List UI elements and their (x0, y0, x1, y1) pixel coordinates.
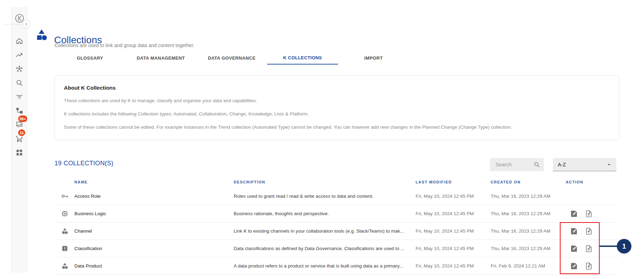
edit-document-icon (570, 244, 578, 253)
row-actions (566, 244, 619, 253)
row-actions (566, 227, 619, 235)
notification-badge: 99+ (18, 115, 27, 122)
sort-value: A-Z (558, 162, 606, 167)
table-row[interactable]: Business LogicBusiness rationale, though… (54, 205, 619, 223)
sidebar-item-chat[interactable]: 99+ (12, 118, 27, 131)
edit-collection-button[interactable] (570, 210, 578, 218)
collection-name: Data Product (74, 263, 234, 269)
sidebar-item-filter[interactable] (12, 90, 27, 104)
last-modified-value: Fri, May 10, 2024 12:45 PM (416, 263, 491, 269)
collection-description: A data product refers to a product or se… (234, 263, 416, 269)
sidebar-nav: 99+15 (12, 34, 27, 159)
sidebar-item-trends[interactable] (12, 48, 27, 62)
collection-description: Data classifications as defined by Data … (234, 246, 416, 251)
collection-name: Access Role (74, 194, 234, 199)
last-modified-value: Fri, May 10, 2024 12:45 PM (416, 194, 491, 199)
sidebar-item-apps[interactable] (12, 145, 27, 159)
hub-icon (15, 65, 23, 73)
search-input[interactable] (495, 161, 533, 168)
search-box (490, 158, 544, 171)
shapes-icon (61, 262, 69, 270)
column-header-name: NAME (74, 180, 234, 184)
import-collection-button[interactable] (585, 244, 593, 253)
table-header-row: NAMEDESCRIPTIONLAST MODIFIEDCREATED ONAC… (54, 176, 619, 188)
collections-page: 99+15 Collections Collections are used t… (0, 0, 644, 279)
trending-up-icon (15, 51, 23, 59)
apps-icon (15, 149, 23, 157)
sidebar-divider (4, 24, 22, 24)
upload-file-icon (585, 227, 593, 235)
sort-dropdown[interactable]: A-Z (553, 158, 616, 171)
table-body: Access RoleRoles used to grant read / re… (54, 188, 619, 275)
chip-icon (61, 210, 69, 218)
sidebar-expand-button[interactable] (23, 21, 30, 28)
last-modified-value: Fri, May 10, 2024 12:45 PM (416, 228, 491, 234)
tab-import[interactable]: IMPORT (338, 52, 409, 65)
row-actions (566, 262, 619, 270)
collection-description: Roles used to grant read / read & write … (234, 194, 416, 199)
sidebar-item-home[interactable] (12, 34, 27, 48)
upload-file-icon (585, 244, 593, 253)
sidebar-item-cart[interactable]: 15 (12, 131, 27, 145)
search-icon (15, 79, 23, 87)
notification-badge: 15 (18, 129, 25, 136)
import-collection-button[interactable] (585, 262, 593, 270)
column-header-created-on: CREATED ON (491, 180, 566, 184)
page-subtitle: Collections are used to link and group d… (54, 43, 195, 48)
filter-icon (15, 93, 23, 101)
chevron-down-icon (606, 161, 612, 168)
created-on-value: Fri, Feb 9, 2024 12:21 AM (491, 263, 566, 269)
import-collection-button[interactable] (585, 210, 593, 218)
column-header-action: ACTION (566, 180, 619, 184)
home-icon (15, 37, 23, 45)
edit-document-icon (570, 262, 578, 270)
about-title: About K Collections (64, 85, 610, 91)
tab-bar: GLOSSARYDATA MANAGEMENTDATA GOVERNANCEK … (54, 52, 409, 65)
table-row[interactable]: ClassificationData classifications as de… (54, 240, 619, 257)
about-paragraph: K collections includes the following Col… (64, 111, 610, 116)
edit-collection-button[interactable] (570, 244, 578, 253)
tab-data-management[interactable]: DATA MANAGEMENT (125, 52, 196, 65)
shapes-icon (61, 227, 69, 235)
last-modified-value: Fri, May 10, 2024 12:45 PM (416, 246, 491, 251)
about-paragraph: These collections are used by K to manag… (64, 98, 610, 103)
edit-collection-button[interactable] (570, 227, 578, 235)
table-row[interactable]: ChannelLink K to existing channels in yo… (54, 223, 619, 240)
last-modified-value: Fri, May 10, 2024 12:45 PM (416, 211, 491, 216)
collection-count-label: 19 COLLECTION(S) (54, 160, 114, 167)
sidebar-item-network[interactable] (12, 62, 27, 76)
collections-shapes-icon (35, 28, 49, 42)
created-on-value: Thu, Mar 16, 2023 12:29 AM (491, 211, 566, 216)
column-header-last-modified: LAST MODIFIED (416, 180, 491, 184)
edit-document-icon (570, 210, 578, 218)
tab-glossary[interactable]: GLOSSARY (54, 52, 125, 65)
table-row[interactable]: Data ProductA data product refers to a p… (54, 257, 619, 275)
collection-description: Business rationale, thoughts and perspec… (234, 211, 416, 216)
created-on-value: Thu, Mar 16, 2023 12:29 AM (491, 246, 566, 251)
upload-file-icon (585, 262, 593, 270)
created-on-value: Thu, Mar 16, 2023 12:29 AM (491, 228, 566, 234)
search-icon[interactable] (533, 161, 540, 168)
sidebar: 99+15 (12, 7, 27, 273)
sidebar-item-search[interactable] (12, 76, 27, 90)
collections-table: NAMEDESCRIPTIONLAST MODIFIEDCREATED ONAC… (54, 176, 619, 275)
upload-file-icon (585, 210, 593, 218)
collection-name: Channel (74, 228, 234, 234)
sitemap-icon (15, 107, 23, 115)
key-icon (61, 192, 69, 200)
about-paragraph: Some of these collections cannot be edit… (64, 125, 610, 130)
collection-description: Link K to existing channels in your coll… (234, 228, 416, 234)
table-row[interactable]: Access RoleRoles used to grant read / re… (54, 188, 619, 205)
row-actions (566, 210, 619, 218)
tab-data-governance[interactable]: DATA GOVERNANCE (196, 52, 267, 65)
alert-icon (61, 244, 69, 252)
import-collection-button[interactable] (585, 227, 593, 235)
tab-k-collections[interactable]: K COLLECTIONS (267, 52, 338, 65)
collection-name: Classification (74, 246, 234, 251)
column-header-description: DESCRIPTION (234, 180, 416, 184)
about-card: About K Collections These collections ar… (54, 75, 619, 140)
edit-collection-button[interactable] (570, 262, 578, 270)
created-on-value: Thu, Mar 16, 2023 12:29 AM (491, 194, 566, 199)
collection-name: Business Logic (74, 211, 234, 216)
edit-document-icon (570, 227, 578, 235)
